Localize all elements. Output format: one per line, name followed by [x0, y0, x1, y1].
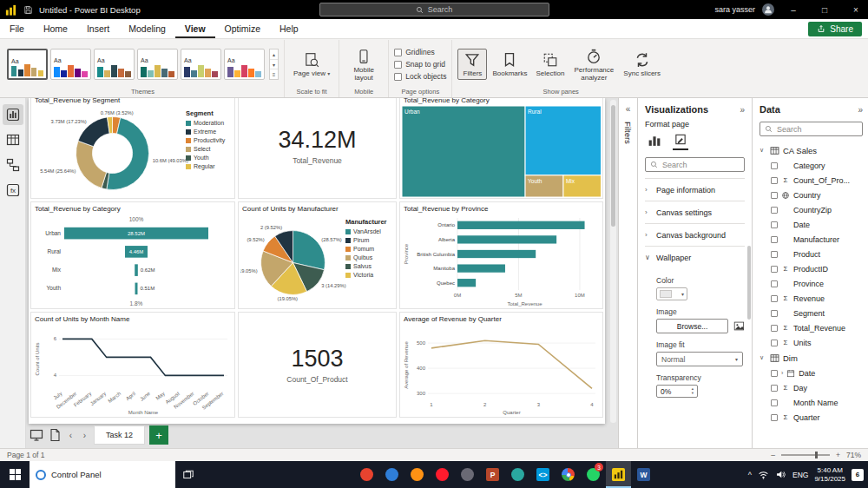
visual-revenue-by-category-funnel[interactable]: Total_Revenue by Category100%1.8%Urban28… — [30, 201, 235, 309]
visual-count-of-product-card[interactable]: 1503Count_Of_Product — [238, 312, 397, 418]
data-search-box[interactable]: Search — [760, 122, 863, 136]
table-dim[interactable]: ∨Dim — [760, 350, 863, 366]
visual-revenue-by-category-treemap[interactable]: Total_Revenue by CategoryUrbanRuralYouth… — [399, 98, 603, 199]
save-icon[interactable] — [23, 5, 33, 15]
field-manufacturer[interactable]: Manufacturer — [760, 232, 863, 247]
dax-query-view-button[interactable]: fx — [3, 180, 23, 201]
taskbar-app-app-gray[interactable] — [455, 461, 480, 488]
taskbar-app-word[interactable]: W — [631, 461, 656, 488]
global-search-box[interactable]: Search — [319, 3, 549, 16]
section-canvas-settings[interactable]: ›Canvas settings — [645, 201, 745, 223]
wallpaper-color-picker[interactable]: ▾ — [656, 287, 687, 300]
field-checkbox[interactable] — [771, 251, 778, 258]
taskbar-app-firefox[interactable] — [404, 461, 430, 488]
field-checkbox[interactable] — [771, 192, 778, 199]
viz-search-box[interactable]: Search — [645, 157, 745, 172]
transparency-input[interactable]: 0% ▴▾ — [656, 385, 698, 398]
field-quarter[interactable]: ΣQuarter — [760, 410, 863, 425]
field-checkbox[interactable] — [771, 266, 778, 273]
visual-total-revenue-card[interactable]: 34.12MTotal_Revenue — [238, 98, 397, 199]
stepper-icons[interactable]: ▴▾ — [692, 387, 694, 396]
sync-slicers-button[interactable]: Sync slicers — [620, 49, 664, 79]
close-button[interactable]: × — [844, 0, 868, 19]
theme-card-5[interactable]: Aa — [181, 49, 221, 80]
field-checkbox[interactable] — [771, 295, 778, 302]
build-visual-tab[interactable] — [647, 133, 662, 150]
field-checkbox[interactable] — [771, 370, 778, 377]
field-checkbox[interactable] — [771, 162, 778, 169]
field-province[interactable]: Province — [760, 276, 863, 291]
tray-expand-icon[interactable]: ^ — [748, 471, 752, 479]
field-revenue[interactable]: ΣRevenue — [760, 291, 863, 306]
image-fit-select[interactable]: Normal ▾ — [656, 352, 743, 366]
zoom-slider[interactable] — [781, 454, 830, 456]
page-icon[interactable] — [48, 428, 62, 442]
share-button[interactable]: Share — [808, 22, 862, 36]
zoom-in-button[interactable]: + — [836, 451, 840, 459]
field-countryzip[interactable]: CountryZip — [760, 202, 863, 217]
collapse-visualizations-icon[interactable]: » — [740, 105, 745, 115]
checkbox-snap-to-grid[interactable] — [394, 61, 402, 69]
field-category[interactable]: Category — [760, 158, 863, 173]
themes-scroll-down-icon[interactable]: ▾ — [270, 59, 278, 69]
field-checkbox[interactable] — [771, 414, 778, 421]
field-productid[interactable]: ΣProductID — [760, 261, 863, 276]
browse-button[interactable]: Browse... — [656, 319, 728, 333]
menu-item-home[interactable]: Home — [34, 19, 77, 38]
menu-item-file[interactable]: File — [0, 19, 34, 38]
menu-item-optimize[interactable]: Optimize — [215, 19, 270, 38]
field-units[interactable]: ΣUnits — [760, 335, 863, 350]
checkbox-lock-objects[interactable] — [394, 73, 402, 81]
taskbar-app-opera-mini[interactable] — [354, 461, 379, 488]
visual-avg-revenue-by-quarter[interactable]: Average of Revenue by Quarter30040050012… — [399, 312, 603, 418]
menu-item-modeling[interactable]: Modeling — [119, 19, 175, 38]
canvas-scrollbar-thumb[interactable] — [611, 105, 615, 227]
theme-card-6[interactable]: Aa — [224, 49, 265, 80]
model-view-button[interactable] — [3, 155, 23, 175]
viz-pane-scrollbar[interactable] — [747, 246, 751, 320]
field-total-revenue[interactable]: ΣTotal_Revenue — [760, 320, 863, 335]
field-country[interactable]: Country — [760, 188, 863, 202]
taskbar-app-app-blue[interactable] — [379, 461, 404, 488]
report-view-button[interactable] — [3, 104, 23, 125]
field-checkbox[interactable] — [771, 207, 778, 214]
performance-analyzer-button[interactable]: Performance analyzer — [569, 45, 618, 83]
theme-card-1[interactable]: Aa — [7, 49, 48, 80]
visual-units-by-manufacturer[interactable]: Count of Units by Manufacturer(28.57%)3 … — [238, 201, 397, 309]
field-checkbox[interactable] — [771, 280, 778, 287]
expand-filters-icon[interactable]: « — [626, 104, 631, 114]
zoom-slider-thumb[interactable] — [815, 452, 818, 458]
wifi-icon[interactable] — [758, 469, 769, 480]
start-button[interactable] — [0, 461, 30, 488]
mobile-layout-button[interactable]: Mobile layout — [345, 45, 383, 83]
bookmarks-button[interactable]: Bookmarks — [489, 49, 530, 79]
section-canvas-background[interactable]: ›Canvas background — [645, 223, 745, 246]
menu-item-view[interactable]: View — [175, 19, 215, 38]
taskbar-app-app-teal[interactable] — [505, 461, 530, 488]
field-checkbox[interactable] — [771, 177, 778, 184]
field-day[interactable]: ΣDay — [760, 380, 863, 395]
taskbar-search-box[interactable]: Control Panel — [30, 461, 175, 488]
table-view-button[interactable] — [3, 129, 23, 150]
field-count-of-pro[interactable]: ΣCount_Of_Pro... — [760, 173, 863, 188]
field-checkbox[interactable] — [771, 340, 778, 346]
field-product[interactable]: Product — [760, 247, 863, 261]
section-wallpaper[interactable]: ∨Wallpaper — [645, 246, 745, 268]
add-page-button[interactable]: + — [149, 425, 168, 445]
minimize-button[interactable]: – — [781, 0, 806, 19]
selection-button[interactable]: Selection — [532, 49, 568, 79]
table-ca-sales[interactable]: ∨CA Sales — [760, 142, 863, 158]
field-checkbox[interactable] — [771, 325, 778, 332]
account-avatar-icon[interactable] — [762, 3, 774, 16]
taskbar-clock[interactable]: 5:40 AM 9/15/2025 — [814, 466, 845, 484]
task-view-button[interactable] — [175, 461, 201, 488]
field-checkbox[interactable] — [771, 236, 778, 243]
language-indicator[interactable]: ENG — [792, 471, 808, 479]
theme-card-2[interactable]: Aa — [50, 49, 91, 80]
field-checkbox[interactable] — [771, 399, 778, 406]
volume-icon[interactable] — [775, 469, 786, 480]
page-tab-task-12[interactable]: Task 12 — [94, 425, 145, 445]
format-page-tab[interactable] — [673, 133, 688, 150]
field-checkbox[interactable] — [771, 221, 778, 228]
action-center-badge[interactable]: 6 — [852, 469, 864, 481]
